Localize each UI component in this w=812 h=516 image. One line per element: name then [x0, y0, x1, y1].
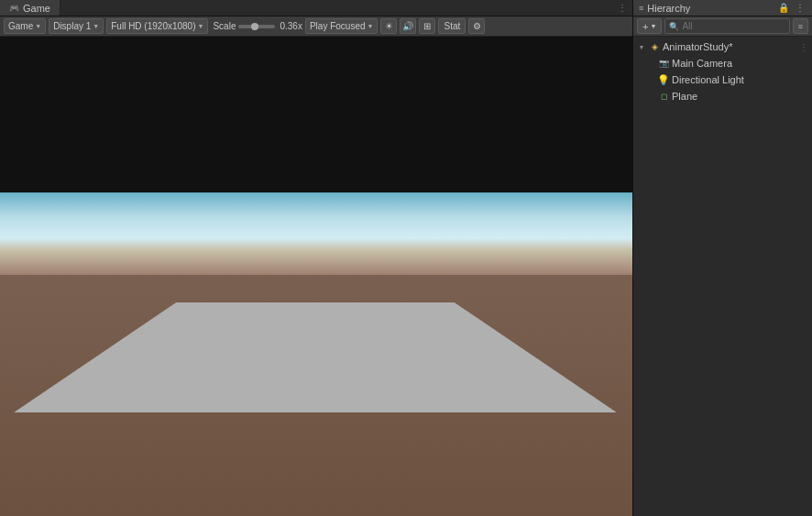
scale-track: [238, 25, 275, 28]
light-item-label: Directional Light: [672, 74, 744, 85]
hierarchy-add-icon: +: [642, 21, 648, 32]
plane-object-icon: ◻: [657, 90, 670, 103]
scene-item-label: AnimatorStudy*: [663, 41, 732, 52]
game-tab-bar: 🎮 Game ⋮: [0, 0, 632, 16]
resolution-arrow-icon: ▼: [198, 23, 204, 29]
hierarchy-header: ≡ Hierarchy 🔒 ⋮: [633, 0, 812, 16]
game-scene: [0, 192, 632, 516]
audio-button[interactable]: 🔊: [400, 18, 416, 34]
plane-polygon: [14, 302, 617, 412]
plane-item-label: Plane: [672, 91, 697, 102]
hierarchy-add-button[interactable]: + ▼: [637, 18, 662, 34]
resolution-label: Full HD (1920x1080): [111, 21, 195, 31]
gizmos-button[interactable]: ⚙: [468, 18, 485, 34]
game-viewport: [0, 37, 632, 516]
scene-sky: [0, 192, 632, 275]
sun-icon: ☀: [385, 21, 393, 31]
hierarchy-search-box[interactable]: 🔍: [664, 18, 790, 34]
hierarchy-content: ▼ ◈ AnimatorStudy* ⋮ 📷 Main Camera 💡 Dir…: [633, 37, 812, 516]
scene-item-menu-icon[interactable]: ⋮: [799, 42, 808, 52]
camera-object-icon: 📷: [657, 57, 670, 70]
grid-button[interactable]: ⊞: [419, 18, 435, 34]
stat-button[interactable]: Stat: [438, 18, 466, 34]
game-display-dropdown[interactable]: Game ▼: [4, 18, 46, 34]
hierarchy-camera-item[interactable]: 📷 Main Camera: [633, 55, 812, 71]
grid-icon: ⊞: [423, 21, 431, 31]
hierarchy-filter-button[interactable]: ≡: [793, 18, 808, 34]
hierarchy-toolbar: + ▼ 🔍 ≡: [633, 16, 812, 37]
camera-item-label: Main Camera: [672, 58, 732, 69]
hierarchy-add-arrow-icon: ▼: [650, 23, 656, 29]
hierarchy-plane-item[interactable]: ◻ Plane: [633, 88, 812, 104]
hierarchy-scene-item[interactable]: ▼ ◈ AnimatorStudy* ⋮: [633, 38, 812, 55]
speaker-icon: 🔊: [402, 21, 413, 31]
display-number-dropdown[interactable]: Display 1 ▼: [49, 18, 104, 34]
game-black-area: [0, 37, 632, 192]
hierarchy-panel: ≡ Hierarchy 🔒 ⋮ + ▼ 🔍 ≡ ▼ ◈: [633, 0, 812, 516]
display-number-label: Display 1: [53, 21, 91, 31]
resolution-dropdown[interactable]: Full HD (1920x1080) ▼: [106, 18, 208, 34]
game-display-label: Game: [8, 21, 33, 31]
scale-thumb: [251, 23, 258, 30]
display-number-arrow-icon: ▼: [93, 23, 99, 29]
game-tab[interactable]: 🎮 Game: [0, 0, 60, 16]
hierarchy-search-icon: 🔍: [669, 22, 679, 31]
hierarchy-lock-icon[interactable]: 🔒: [777, 2, 790, 15]
game-tab-label: Game: [23, 3, 50, 14]
scene-ground: [0, 275, 632, 516]
hierarchy-menu-icon[interactable]: ⋮: [794, 2, 807, 15]
hierarchy-search-input[interactable]: [682, 21, 785, 31]
game-tab-icon: 🎮: [9, 4, 19, 13]
play-focused-dropdown[interactable]: Play Focused ▼: [305, 18, 379, 34]
sun-button[interactable]: ☀: [380, 18, 397, 34]
game-tab-menu-icon[interactable]: ⋮: [618, 3, 632, 13]
scale-slider[interactable]: [238, 25, 275, 28]
scene-plane-svg: [0, 266, 632, 449]
scale-text-label: Scale: [213, 21, 236, 31]
gizmos-icon: ⚙: [473, 21, 481, 31]
play-focused-arrow-icon: ▼: [368, 23, 374, 29]
hierarchy-hamburger-icon: ≡: [639, 4, 643, 13]
light-object-icon: 💡: [657, 73, 670, 86]
scene-expand-arrow-icon: ▼: [637, 44, 646, 50]
scale-value-label: 0.36x: [280, 21, 302, 31]
game-toolbar: Game ▼ Display 1 ▼ Full HD (1920x1080) ▼…: [0, 16, 632, 37]
hierarchy-filter-icon: ≡: [798, 22, 803, 31]
stat-label: Stat: [444, 21, 460, 31]
play-focused-label: Play Focused: [310, 21, 366, 31]
game-display-arrow-icon: ▼: [35, 23, 41, 29]
hierarchy-light-item[interactable]: 💡 Directional Light: [633, 71, 812, 88]
scene-object-icon: ◈: [648, 40, 661, 53]
hierarchy-title: Hierarchy: [647, 3, 774, 14]
